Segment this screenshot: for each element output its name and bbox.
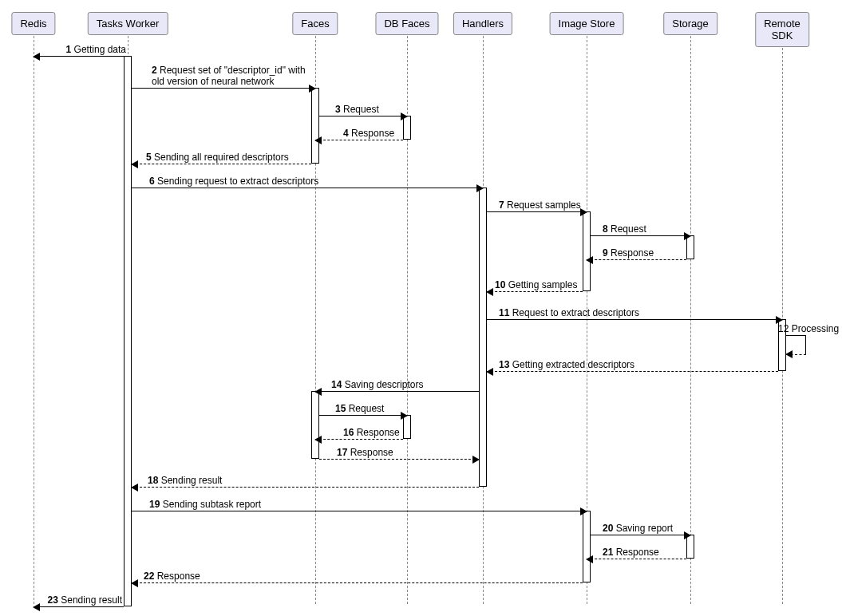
message-13: 13 Getting extracted descriptors — [487, 371, 778, 372]
arrowhead-icon — [131, 579, 138, 587]
message-label: 11 Request to extract descriptors — [499, 307, 639, 318]
message-label: 8 Request — [603, 223, 646, 235]
participant-image-store: Image Store — [550, 12, 624, 35]
activation-bar — [583, 511, 591, 582]
message-label: 21 Response — [603, 547, 659, 558]
message-8: 8 Request — [591, 235, 690, 236]
message-4: 4 Response — [315, 140, 403, 140]
sequence-diagram: RedisTasks WorkerFacesDB FacesHandlersIm… — [8, 8, 834, 608]
arrowhead-icon — [580, 208, 587, 216]
message-label: 1 Getting data — [66, 44, 126, 55]
arrowhead-icon — [314, 388, 322, 396]
arrowhead-icon — [476, 184, 484, 192]
participant-faces: Faces — [292, 12, 338, 35]
participant-remote-sdk: Remote SDK — [755, 12, 809, 47]
participant-redis: Redis — [11, 12, 55, 35]
activation-bar — [124, 56, 132, 606]
arrowhead-icon — [586, 555, 593, 563]
participant-handlers: Handlers — [453, 12, 512, 35]
arrowhead-icon — [131, 160, 138, 168]
message-label: 5 Sending all required descriptors — [146, 152, 289, 163]
message-16: 16 Response — [315, 439, 403, 440]
message-9: 9 Response — [587, 259, 686, 260]
message-7: 7 Request samples — [487, 211, 587, 212]
participant-tasks-worker: Tasks Worker — [88, 12, 168, 35]
message-label: 6 Sending request to extract descriptors — [149, 176, 318, 187]
message-label: 12 Processing — [778, 323, 839, 334]
message-label: 3 Request — [335, 104, 379, 115]
message-label: 2 Request set of "descriptor_id" withold… — [152, 65, 306, 87]
message-label: 17 Response — [337, 447, 393, 458]
message-14: 14 Saving descriptors — [315, 391, 479, 392]
message-21: 21 Response — [587, 559, 686, 559]
arrowhead-icon — [314, 136, 322, 144]
participant-storage: Storage — [663, 12, 717, 35]
activation-bar — [311, 88, 319, 164]
arrowhead-icon — [586, 256, 593, 264]
arrowhead-icon — [309, 85, 316, 93]
message-15: 15 Request — [319, 415, 407, 416]
message-11: 11 Request to extract descriptors — [487, 319, 782, 320]
message-label: 22 Response — [144, 571, 200, 582]
message-18: 18 Sending result — [132, 487, 479, 488]
message-label: 15 Request — [335, 403, 384, 414]
message-label: 4 Response — [343, 128, 394, 139]
arrowhead-icon — [580, 507, 587, 515]
message-label: 16 Response — [343, 427, 400, 438]
message-5: 5 Sending all required descriptors — [132, 164, 311, 164]
arrowhead-icon — [131, 484, 138, 492]
lifeline-redis — [34, 36, 34, 604]
message-3: 3 Request — [319, 116, 407, 116]
lifeline-storage — [690, 36, 691, 604]
arrowhead-icon — [785, 350, 793, 358]
message-6: 6 Sending request to extract descriptors — [132, 188, 483, 188]
message-label: 10 Getting samples — [495, 279, 577, 290]
message-label: 9 Response — [603, 247, 654, 259]
arrowhead-icon — [33, 603, 40, 611]
self-message-12: 12 Processing — [786, 335, 806, 355]
message-label: 23 Sending result — [48, 594, 122, 606]
arrowhead-icon — [314, 436, 322, 444]
message-2: 2 Request set of "descriptor_id" withold… — [132, 88, 315, 89]
participant-db-faces: DB Faces — [375, 12, 438, 35]
activation-bar — [311, 391, 319, 459]
arrowhead-icon — [684, 232, 691, 240]
message-1: 1 Getting data — [34, 56, 128, 57]
arrowhead-icon — [401, 113, 408, 120]
message-19: 19 Sending subtask report — [132, 511, 587, 511]
activation-bar — [583, 211, 591, 291]
message-17: 17 Response — [319, 459, 479, 460]
arrowhead-icon — [401, 412, 408, 420]
message-22: 22 Response — [132, 582, 583, 583]
message-label: 14 Saving descriptors — [331, 379, 423, 390]
activation-bar — [479, 188, 487, 487]
arrowhead-icon — [472, 456, 480, 464]
arrowhead-icon — [33, 53, 40, 61]
message-label: 7 Request samples — [499, 199, 581, 211]
arrowhead-icon — [486, 288, 493, 296]
message-label: 18 Sending result — [148, 475, 222, 486]
message-10: 10 Getting samples — [487, 291, 583, 292]
arrowhead-icon — [684, 531, 691, 539]
message-label: 19 Sending subtask report — [149, 499, 261, 510]
message-label: 20 Saving report — [603, 523, 673, 534]
message-label: 13 Getting extracted descriptors — [499, 359, 634, 370]
message-23: 23 Sending result — [34, 606, 124, 607]
arrowhead-icon — [486, 368, 493, 376]
message-20: 20 Saving report — [591, 535, 690, 535]
